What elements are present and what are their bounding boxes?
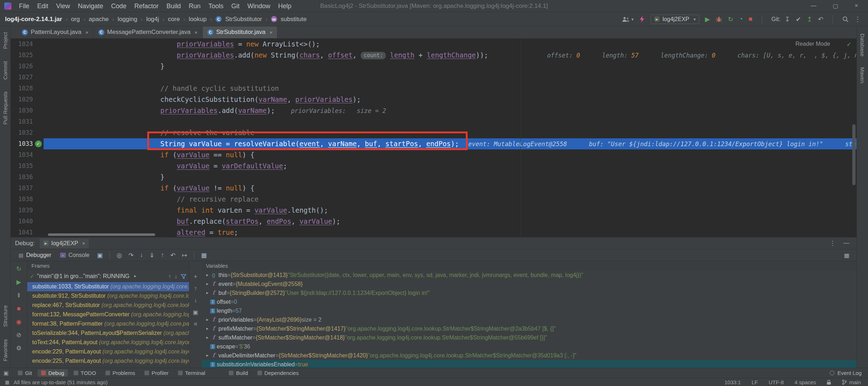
stack-frame[interactable]: substitute:912, StrSubstitutor (org.apac… [27,291,189,301]
breadcrumb-item[interactable]: log4j-core-2.14.1.jar [5,16,62,23]
reader-mode-label[interactable]: Reader Mode [795,41,830,47]
expand-arrow-icon[interactable]: ▸ [204,271,210,279]
code-line[interactable]: 1030priorVariables.add(varName);priorVar… [11,105,857,116]
more-icon[interactable]: ⋮ [829,239,835,247]
menu-navigate[interactable]: Navigate [74,3,107,10]
variable-row[interactable]: ▸fsuffixMatcher = {StrMatcher$StringMatc… [202,333,857,342]
menu-window[interactable]: Window [243,3,274,10]
code-line[interactable]: 1040buf.replace(startPos, endPos, varVal… [11,216,857,227]
menu-file[interactable]: File [15,3,33,10]
debug-bug-button[interactable] [716,16,722,23]
lock-icon[interactable] [827,380,831,385]
code-line[interactable]: 1037if (varValue != null) { [11,183,857,194]
breakpoint-icon[interactable]: ✓ [35,140,42,147]
resume-icon[interactable]: ▶ [16,279,21,286]
git-update-icon[interactable]: ↧ [785,15,790,23]
variable-row[interactable]: ▸{}this = {StrSubstitutor@1413} "StrSubs… [202,271,857,279]
stack-frame[interactable]: substitute:1033, StrSubstitutor (org.apa… [27,282,189,291]
line-number[interactable]: 1028 [11,83,33,94]
line-number[interactable]: 1039 [11,205,33,216]
users-icon[interactable]: ▾ [622,16,633,22]
stop-icon[interactable]: ■ [17,305,20,312]
line-number[interactable]: 1026 [11,61,33,72]
sidebar-item-favorites[interactable]: Favorites [2,339,8,361]
variable-row[interactable]: 1escape = '$' 36 [202,342,857,351]
line-number[interactable]: 1024 [11,39,33,50]
sidebar-item-maven[interactable]: Maven [859,67,865,83]
code-line[interactable]: 1034if (varValue == null) { [11,149,857,160]
menu-run[interactable]: Run [185,3,204,10]
code-line[interactable]: 1026} [11,61,857,72]
indent-size[interactable]: 4 spaces [794,379,816,385]
git-branch-widget[interactable]: main [842,379,861,385]
menu-edit[interactable]: Edit [33,3,52,10]
breadcrumb-item[interactable]: apache [89,16,109,23]
tool-window-button-profiler[interactable]: Profiler [141,369,172,377]
step-over-icon[interactable]: ↷ [128,252,133,259]
line-number[interactable]: 1029 [11,94,33,105]
force-step-into-icon[interactable]: ⇓ [149,252,154,259]
minimize-icon[interactable]: — [811,3,817,9]
variable-row[interactable]: ▸fprefixMatcher = {StrMatcher$StringMatc… [202,324,857,333]
profiler-button[interactable]: ◔ [739,15,743,23]
step-out-icon[interactable]: ↑ [161,252,164,259]
code-editor[interactable]: 1024priorVariables = new ArrayList<>();1… [11,39,857,237]
search-icon[interactable] [842,16,849,23]
code-line[interactable]: 1039final int varLen = varValue.length()… [11,205,857,216]
move-watch-up-icon[interactable]: ↑ [194,285,197,292]
variable-row[interactable]: ▸fpriorVariables = {ArrayList@2696} size… [202,315,857,324]
tab-debugger[interactable]: ▤ Debugger [14,249,56,261]
stack-frame[interactable]: encode:229, PatternLayout (org.apache.lo… [27,347,189,356]
menu-view[interactable]: View [52,3,74,10]
stack-frame[interactable]: toSerializable:344, PatternLayout$Patter… [27,328,189,338]
close-icon[interactable]: × [270,29,273,35]
show-execution-point-icon[interactable]: ◎ [117,252,122,259]
hide-library-frames-icon[interactable] [181,273,186,279]
variable-row[interactable]: ▸fvalueDelimiterMatcher = {StrMatcher$St… [202,351,857,360]
stack-frame[interactable]: encode:225, PatternLayout (org.apache.lo… [27,356,189,366]
watch-menu-icon[interactable]: ≡ [194,321,197,327]
variable-row[interactable]: 1length = 57 [202,306,857,315]
code-line[interactable]: 1028// handle cyclic substitution [11,83,857,94]
line-number[interactable]: 1037 [11,183,33,194]
line-number[interactable]: 1041 [11,227,33,237]
expand-arrow-icon[interactable]: ▸ [204,351,210,360]
code-line[interactable]: 1025priorVariables.add(new String(chars,… [11,50,857,61]
menu-tools[interactable]: Tools [204,3,227,10]
status-grid-icon[interactable]: ▦ [5,380,9,385]
more-icon[interactable]: ⋮ [854,15,861,23]
gutter-slot[interactable]: ✓ [33,140,44,147]
close-icon[interactable]: × [85,29,89,35]
expand-arrow-icon[interactable]: ▸ [204,333,210,342]
breadcrumb-item[interactable]: log4j [146,16,159,23]
code-line[interactable]: 1038// recursive replace [11,194,857,205]
inspections-ok-icon[interactable]: ✓ [847,41,852,48]
file-encoding[interactable]: UTF-8 [769,379,784,385]
pin-tab-icon[interactable]: ▣ [97,252,103,259]
mute-breakpoints-icon[interactable]: ⊘ [16,332,21,339]
code-line[interactable]: 1024priorVariables = new ArrayList<>(); [11,39,857,50]
code-line[interactable]: 1029checkCyclicSubstitution(varName, pri… [11,94,857,105]
layout-settings-icon[interactable]: ▦ [844,252,849,259]
code-line[interactable]: 1036} [11,172,857,183]
variable-row[interactable]: 1offset = 0 [202,297,857,306]
tool-window-button-terminal[interactable]: Terminal [174,369,209,377]
menu-refactor[interactable]: Refactor [130,3,163,10]
previous-frame-icon[interactable]: ↑ [168,273,171,279]
editor-tab[interactable]: CPatternLayout.java× [17,26,94,38]
evaluate-expression-icon[interactable]: ▦ [201,252,207,259]
vertical-scrollbar[interactable] [852,124,855,185]
drop-frame-icon[interactable]: ↶ [171,252,176,259]
hide-panel-icon[interactable]: — [843,239,849,247]
expand-arrow-icon[interactable]: ▸ [204,279,210,288]
expand-arrow-icon[interactable]: ▸ [204,315,210,324]
line-number[interactable]: 1033 [11,138,33,149]
stack-frame[interactable]: format:132, MessagePatternConverter (org… [27,310,189,319]
tool-window-button-todo[interactable]: TODO [70,369,100,377]
menu-build[interactable]: Build [163,3,185,10]
stack-frame[interactable]: format:38, PatternFormatter (org.apache.… [27,319,189,328]
sidebar-item-structure[interactable]: Structure [2,305,8,327]
run-button[interactable]: ▶ [705,15,710,23]
expand-arrow-icon[interactable]: ▸ [204,288,210,297]
code-line[interactable]: 1033✓String varValue = resolveVariable(e… [11,138,857,149]
